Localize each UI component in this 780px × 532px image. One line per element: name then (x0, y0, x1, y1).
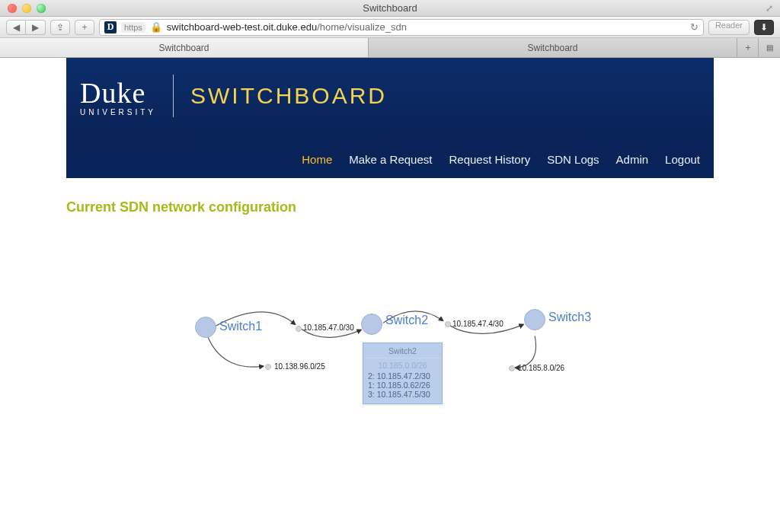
section-title: Current SDN network configuration (66, 178, 714, 223)
nav-make-request[interactable]: Make a Request (349, 153, 432, 166)
nav-buttons: ◀ ▶ (6, 20, 46, 35)
fullscreen-icon[interactable]: ⤢ (763, 2, 775, 14)
link-label: 10.185.8.0/26 (518, 364, 564, 372)
link-label: 10.185.47.4/30 (452, 320, 503, 328)
switch-node[interactable] (195, 317, 216, 338)
page-body: Duke UNIVERSITY SWITCHBOARD Home Make a … (0, 58, 780, 532)
lock-icon: 🔒 (150, 21, 162, 33)
nav-request-history[interactable]: Request History (449, 153, 530, 166)
browser-tab-row: Switchboard Switchboard ＋ ▤ (0, 38, 780, 58)
switch-node-label: Switch3 (548, 311, 591, 324)
nav-admin[interactable]: Admin (616, 153, 649, 166)
switch-node[interactable] (524, 309, 545, 330)
site-header: Duke UNIVERSITY SWITCHBOARD Home Make a … (66, 58, 714, 178)
forward-button[interactable]: ▶ (26, 20, 46, 35)
browser-tab-label: Switchboard (158, 43, 209, 53)
sdn-diagram[interactable]: Switch1 10.185.47.0/30 Switch2 10.185.47… (66, 223, 714, 532)
browser-tab[interactable]: Switchboard (0, 38, 369, 57)
logo-main: Duke (80, 76, 156, 110)
tab-overview-button[interactable]: ▤ (759, 38, 780, 57)
tooltip-row: 2: 10.185.47.2/30 (368, 371, 437, 381)
share-button[interactable]: ⇪ (50, 20, 70, 35)
reader-button[interactable]: Reader (708, 20, 750, 35)
https-indicator: https (121, 22, 145, 33)
link-node[interactable] (296, 326, 302, 332)
safari-toolbar: ◀ ▶ ⇪ ＋ D https 🔒 switchboard-web-test.o… (0, 17, 780, 38)
switch-node[interactable] (361, 314, 382, 335)
reload-button[interactable]: ↻ (690, 21, 698, 33)
link-label: 10.185.47.0/30 (303, 323, 354, 332)
site-favicon: D (104, 21, 117, 33)
url-bar[interactable]: D https 🔒 switchboard-web-test.oit.duke.… (99, 19, 704, 36)
logo-sub: UNIVERSITY (80, 108, 156, 116)
switch-node-label: Switch1 (219, 320, 262, 333)
nav-home[interactable]: Home (302, 153, 332, 166)
switch-node-label: Switch2 (385, 314, 428, 327)
back-button[interactable]: ◀ (6, 20, 26, 35)
browser-tab-label: Switchboard (527, 43, 577, 53)
tooltip-title: Switch2 (368, 346, 437, 355)
app-title: SWITCHBOARD (190, 83, 387, 109)
browser-tab[interactable]: Switchboard (369, 38, 737, 57)
nav-sdn-logs[interactable]: SDN Logs (547, 153, 599, 166)
add-bookmark-button[interactable]: ＋ (75, 20, 94, 35)
minimize-window-button[interactable] (22, 4, 31, 13)
new-tab-button[interactable]: ＋ (737, 38, 759, 57)
traffic-lights (0, 4, 46, 13)
link-node[interactable] (509, 365, 515, 371)
brand-divider (173, 75, 174, 117)
link-label: 10.138.96.0/25 (274, 362, 325, 371)
tooltip-row: 1: 10.185.0.62/26 (368, 381, 437, 390)
downloads-button[interactable]: ⬇ (754, 20, 774, 35)
link-node[interactable] (265, 364, 271, 370)
zoom-window-button[interactable] (37, 4, 46, 13)
main-nav: Home Make a Request Request History SDN … (302, 153, 700, 166)
link-node[interactable] (445, 321, 451, 327)
tooltip-row: 3: 10.185.47.5/30 (368, 390, 437, 399)
url-text: switchboard-web-test.oit.duke.edu/home/v… (167, 21, 686, 33)
tooltip-subnet: 10.185.0.0/26 (368, 361, 437, 370)
mac-titlebar: Switchboard ⤢ (0, 0, 780, 17)
close-window-button[interactable] (8, 4, 17, 13)
window-title: Switchboard (0, 2, 780, 14)
switch-tooltip: Switch2 10.185.0.0/26 2: 10.185.47.2/30 … (363, 342, 443, 404)
duke-logo[interactable]: Duke UNIVERSITY (80, 76, 156, 116)
nav-logout[interactable]: Logout (665, 153, 700, 166)
